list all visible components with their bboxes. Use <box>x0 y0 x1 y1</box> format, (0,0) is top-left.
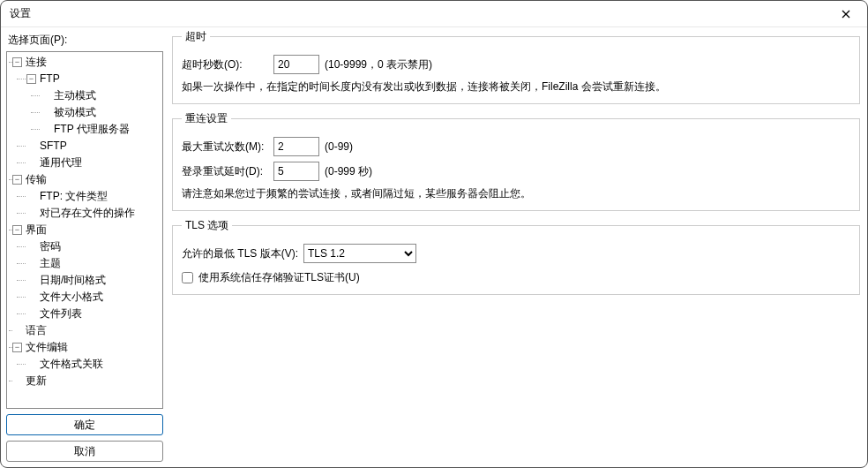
tree-item-file-assoc[interactable]: 文件格式关联 <box>7 356 162 373</box>
sidebar-buttons: 确定 取消 <box>6 414 163 462</box>
group-timeout-legend: 超时 <box>182 29 210 44</box>
timeout-label: 超时秒数(O): <box>182 57 268 72</box>
group-tls-legend: TLS 选项 <box>182 218 232 233</box>
tree-item-ftp-proxy[interactable]: FTP 代理服务器 <box>7 121 162 138</box>
max-retries-input[interactable] <box>273 137 319 156</box>
tls-trust-checkbox[interactable] <box>182 272 193 283</box>
tree-item-language[interactable]: 语言 <box>7 322 162 339</box>
window-title: 设置 <box>10 6 31 21</box>
tls-trust-label: 使用系统信任存储验证TLS证书(U) <box>198 270 360 285</box>
timeout-note: 如果一次操作中，在指定的时间长度内没有发出或收到数据，连接将被关闭，FileZi… <box>182 79 850 94</box>
page-tree[interactable]: − 连接 − FTP 主动模式 <box>7 52 162 391</box>
collapse-icon[interactable]: − <box>12 57 22 67</box>
tree-item-theme[interactable]: 主题 <box>7 255 162 272</box>
retry-delay-label: 登录重试延时(D): <box>182 164 268 179</box>
settings-window: 设置 选择页面(P): − 连接 − FTP <box>0 0 868 468</box>
row-retry-delay: 登录重试延时(D): (0-999 秒) <box>182 162 850 181</box>
sidebar: 选择页面(P): − 连接 − FTP 主动模式 <box>1 27 168 467</box>
tree-item-connection[interactable]: − 连接 <box>7 54 162 71</box>
content: 选择页面(P): − 连接 − FTP 主动模式 <box>1 27 867 467</box>
tls-min-label: 允许的最低 TLS 版本(V): <box>182 246 298 261</box>
tree-item-file-editing[interactable]: − 文件编辑 <box>7 339 162 356</box>
max-retries-label: 最大重试次数(M): <box>182 140 268 155</box>
timeout-input[interactable] <box>273 55 319 74</box>
sidebar-label: 选择页面(P): <box>6 29 163 51</box>
row-timeout: 超时秒数(O): (10-9999，0 表示禁用) <box>182 55 850 74</box>
collapse-icon[interactable]: − <box>26 74 36 84</box>
row-tls-min: 允许的最低 TLS 版本(V): TLS 1.2 <box>182 244 850 263</box>
titlebar: 设置 <box>1 1 867 27</box>
cancel-button[interactable]: 取消 <box>6 441 163 462</box>
collapse-icon[interactable]: − <box>12 343 22 352</box>
tree-item-datetime[interactable]: 日期/时间格式 <box>7 272 162 289</box>
ok-button[interactable]: 确定 <box>6 414 163 435</box>
tree-item-password[interactable]: 密码 <box>7 238 162 255</box>
group-tls: TLS 选项 允许的最低 TLS 版本(V): TLS 1.2 使用系统信任存储… <box>172 218 860 295</box>
collapse-icon[interactable]: − <box>12 225 22 235</box>
group-reconnect-legend: 重连设置 <box>182 111 231 126</box>
tree-item-filesize[interactable]: 文件大小格式 <box>7 289 162 306</box>
row-max-retries: 最大重试次数(M): (0-99) <box>182 137 850 156</box>
timeout-hint: (10-9999，0 表示禁用) <box>325 57 432 72</box>
max-retries-hint: (0-99) <box>325 140 353 153</box>
tree-item-file-exists[interactable]: 对已存在文件的操作 <box>7 205 162 222</box>
tree-item-active-mode[interactable]: 主动模式 <box>7 87 162 104</box>
tree-item-update[interactable]: 更新 <box>7 373 162 389</box>
tls-min-select[interactable]: TLS 1.2 <box>303 244 416 263</box>
retry-delay-hint: (0-999 秒) <box>325 164 372 179</box>
tree-item-sftp[interactable]: SFTP <box>7 138 162 155</box>
collapse-icon[interactable]: − <box>12 175 22 185</box>
tree-item-ftp[interactable]: − FTP <box>7 71 162 87</box>
tree-container: − 连接 − FTP 主动模式 <box>6 51 163 409</box>
group-reconnect: 重连设置 最大重试次数(M): (0-99) 登录重试延时(D): (0-999… <box>172 111 860 211</box>
close-icon <box>842 10 850 19</box>
tree-item-filelist[interactable]: 文件列表 <box>7 306 162 322</box>
tree-item-transfer[interactable]: − 传输 <box>7 171 162 188</box>
close-button[interactable] <box>827 2 865 26</box>
tree-item-interface[interactable]: − 界面 <box>7 222 162 238</box>
tls-trust-row[interactable]: 使用系统信任存储验证TLS证书(U) <box>182 270 850 285</box>
group-timeout: 超时 超时秒数(O): (10-9999，0 表示禁用) 如果一次操作中，在指定… <box>172 29 860 104</box>
retry-delay-input[interactable] <box>273 162 319 181</box>
reconnect-note: 请注意如果您过于频繁的尝试连接，或者间隔过短，某些服务器会阻止您。 <box>182 186 850 201</box>
main-panel: 超时 超时秒数(O): (10-9999，0 表示禁用) 如果一次操作中，在指定… <box>168 27 867 467</box>
tree-item-ftp-filetypes[interactable]: FTP: 文件类型 <box>7 188 162 205</box>
tree-item-passive-mode[interactable]: 被动模式 <box>7 104 162 121</box>
tree-item-generic-proxy[interactable]: 通用代理 <box>7 155 162 171</box>
